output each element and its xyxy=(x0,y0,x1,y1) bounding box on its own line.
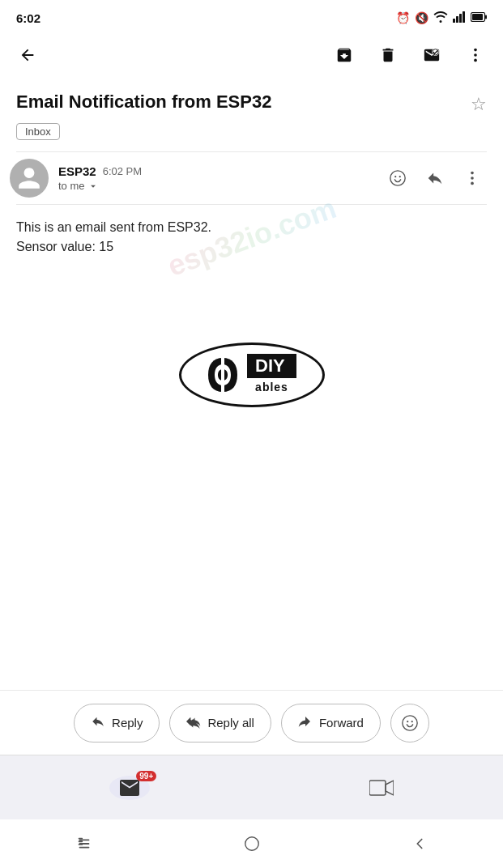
email-subject: Email Notification from ESP32 xyxy=(16,91,271,114)
svg-rect-3 xyxy=(463,11,465,23)
more-button[interactable] xyxy=(461,40,490,70)
toolbar xyxy=(0,32,503,78)
svg-rect-23 xyxy=(78,838,83,840)
signal-icon xyxy=(453,11,466,25)
svg-point-19 xyxy=(403,715,417,730)
sender-info: ESP32 6:02 PM to me xyxy=(58,164,373,192)
svg-rect-0 xyxy=(453,19,455,23)
svg-rect-5 xyxy=(472,14,483,20)
wifi-icon xyxy=(433,11,448,25)
alarm-icon: ⏰ xyxy=(396,11,410,24)
emoji-react-button[interactable] xyxy=(383,164,412,193)
reply-button[interactable]: Reply xyxy=(74,704,160,742)
sender-row: ESP32 6:02 PM to me xyxy=(0,152,503,204)
sender-name: ESP32 xyxy=(58,164,96,178)
svg-point-16 xyxy=(471,177,474,180)
action-bar: Reply Reply all Forward xyxy=(0,690,503,755)
star-button[interactable]: ☆ xyxy=(471,94,487,115)
svg-point-20 xyxy=(407,721,408,722)
home-button[interactable] xyxy=(237,829,266,858)
logo-ables: ables xyxy=(252,381,292,394)
status-time: 6:02 xyxy=(16,11,40,25)
svg-point-13 xyxy=(394,176,396,177)
email-header: Email Notification from ESP32 ☆ xyxy=(0,78,503,123)
status-icons: ⏰ 🔇 xyxy=(396,11,487,25)
email-body: This is an email sent from ESP32. Sensor… xyxy=(0,205,503,270)
svg-point-9 xyxy=(474,49,477,52)
email-main: Email Notification from ESP32 ☆ Inbox ES… xyxy=(0,78,503,755)
toolbar-right xyxy=(330,40,490,70)
back-button[interactable] xyxy=(13,40,42,70)
sender-name-line: ESP32 6:02 PM xyxy=(58,164,373,178)
diyables-logo: DIY ables xyxy=(179,343,325,407)
body-line-2: Sensor value: 15 xyxy=(16,237,487,257)
reply-all-icon xyxy=(186,714,201,732)
svg-rect-2 xyxy=(459,14,462,23)
reply-icon xyxy=(91,714,105,732)
forward-button[interactable]: Forward xyxy=(281,704,381,742)
sender-actions xyxy=(383,164,487,193)
svg-point-12 xyxy=(390,171,405,185)
avatar xyxy=(10,159,49,198)
video-nav-button[interactable] xyxy=(369,779,394,797)
sender-time: 6:02 PM xyxy=(103,165,142,177)
bottom-nav: 99+ xyxy=(0,755,503,819)
archive-button[interactable] xyxy=(330,40,359,70)
mute-icon: 🔇 xyxy=(415,11,428,24)
svg-point-17 xyxy=(471,182,474,185)
recent-apps-button[interactable] xyxy=(70,829,99,858)
reply-quick-button[interactable] xyxy=(420,164,450,193)
more-options-button[interactable] xyxy=(458,164,487,193)
reply-all-button[interactable]: Reply all xyxy=(169,704,271,742)
system-nav xyxy=(0,819,503,868)
svg-point-14 xyxy=(399,176,401,177)
status-bar: 6:02 ⏰ 🔇 xyxy=(0,0,503,32)
svg-point-10 xyxy=(474,53,477,57)
mark-button[interactable] xyxy=(417,40,446,70)
toolbar-left xyxy=(13,40,42,70)
logo-diy: DIY xyxy=(252,355,288,376)
battery-icon xyxy=(471,11,487,24)
emoji-button[interactable] xyxy=(390,704,429,742)
sender-to: to me xyxy=(58,180,373,192)
back-sys-button[interactable] xyxy=(405,829,434,858)
logo-text: DIY ables xyxy=(247,354,296,396)
svg-point-21 xyxy=(411,721,413,722)
svg-rect-6 xyxy=(485,15,487,19)
logo-area: DIY ables xyxy=(0,318,503,423)
mail-nav-button[interactable]: 99+ xyxy=(109,776,150,800)
svg-point-11 xyxy=(474,59,477,62)
body-line-1: This is an email sent from ESP32. xyxy=(16,218,487,237)
forward-icon xyxy=(298,714,313,732)
svg-point-15 xyxy=(471,172,474,175)
svg-rect-18 xyxy=(221,358,224,392)
svg-rect-1 xyxy=(456,16,458,23)
inbox-tag: Inbox xyxy=(16,123,60,140)
svg-rect-24 xyxy=(78,840,83,842)
delete-button[interactable] xyxy=(373,40,403,70)
svg-point-29 xyxy=(245,837,258,851)
mail-badge: 99+ xyxy=(136,771,156,781)
svg-rect-22 xyxy=(369,781,386,795)
